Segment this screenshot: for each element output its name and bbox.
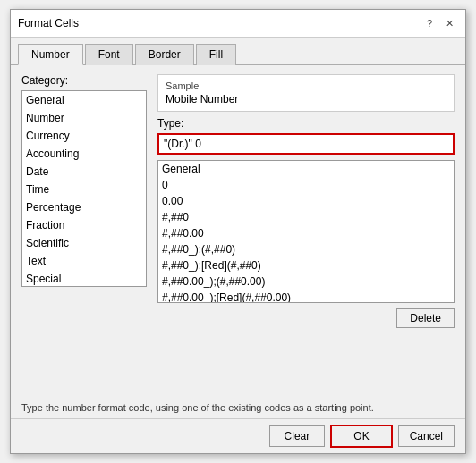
category-item-number[interactable]: Number [22,109,146,127]
clear-button[interactable]: Clear [269,425,326,447]
type-input[interactable] [157,133,455,155]
category-label: Category: [21,74,147,87]
tabs-bar: Number Font Border Fill [11,38,465,65]
category-item-text[interactable]: Text [22,252,146,270]
category-item-special[interactable]: Special [22,270,146,287]
tab-font[interactable]: Font [85,44,133,65]
format-item-hash0.00[interactable]: #,##0.00 [158,225,454,241]
dialog-title: Format Cells [18,17,79,29]
main-content: Category: General Number Currency Accoun… [11,65,465,397]
tab-border[interactable]: Border [135,44,194,65]
tab-number-label: Number [31,48,70,61]
tab-font-label: Font [98,48,120,61]
close-button[interactable]: ✕ [440,15,458,31]
title-bar-left: Format Cells [18,17,79,29]
type-section: Type: [157,117,455,155]
format-list[interactable]: General 0 0.00 #,##0 #,##0.00 #,##0_);(#… [157,160,455,303]
category-item-accounting[interactable]: Accounting [22,145,146,163]
format-item-1[interactable]: #,##0_);(#,##0) [158,241,454,257]
category-item-fraction[interactable]: Fraction [22,216,146,234]
hint-text: Type the number format code, using one o… [11,397,465,418]
category-item-percentage[interactable]: Percentage [22,198,146,216]
type-label: Type: [157,117,455,130]
sample-value: Mobile Number [166,93,446,105]
category-item-scientific[interactable]: Scientific [22,234,146,252]
tab-border-label: Border [149,48,181,61]
left-panel: Category: General Number Currency Accoun… [21,74,147,388]
delete-button[interactable]: Delete [396,308,455,328]
tab-fill[interactable]: Fill [196,44,236,65]
category-list[interactable]: General Number Currency Accounting Date … [21,90,147,287]
help-button[interactable]: ? [421,15,438,31]
category-item-currency[interactable]: Currency [22,127,146,145]
format-item-general[interactable]: General [158,161,454,177]
format-item-2[interactable]: #,##0_);[Red](#,##0) [158,257,454,274]
delete-row: Delete [157,308,455,328]
sample-label: Sample [166,80,446,91]
format-item-0[interactable]: 0 [158,177,454,193]
title-bar-controls: ? ✕ [421,15,458,31]
sample-section: Sample Mobile Number [157,74,455,112]
bottom-bar: Clear OK Cancel [11,418,465,453]
right-panel: Sample Mobile Number Type: General 0 0.0… [157,74,455,388]
tab-fill-label: Fill [209,48,223,61]
category-item-date[interactable]: Date [22,163,146,181]
format-item-4[interactable]: #,##0.00_);[Red](#,##0.00) [158,290,454,303]
title-bar: Format Cells ? ✕ [11,10,465,38]
cancel-button[interactable]: Cancel [398,425,455,447]
tab-number[interactable]: Number [18,44,83,65]
format-item-0.00[interactable]: 0.00 [158,193,454,209]
format-item-hash0[interactable]: #,##0 [158,209,454,225]
category-item-general[interactable]: General [22,91,146,109]
ok-button[interactable]: OK [330,425,392,448]
format-cells-dialog: Format Cells ? ✕ Number Font Border Fill… [10,9,466,454]
format-item-3[interactable]: #,##0.00_);(#,##0.00) [158,274,454,290]
category-item-time[interactable]: Time [22,181,146,198]
